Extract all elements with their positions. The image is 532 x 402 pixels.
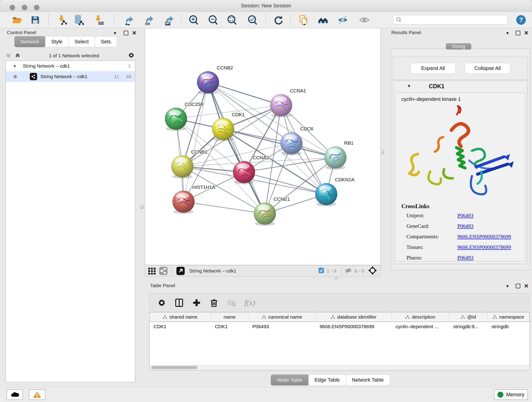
table-cell[interactable]: stringdb xyxy=(488,322,530,331)
edge-HIST1H1A-CCNE1[interactable] xyxy=(184,202,265,214)
crosslink-link[interactable]: P06493 xyxy=(457,255,473,261)
delete-column-icon[interactable] xyxy=(209,298,219,308)
edge-CCNB2-CCNA1[interactable] xyxy=(208,82,281,105)
add-column-icon[interactable] xyxy=(191,298,202,308)
warning-button[interactable] xyxy=(29,389,45,400)
search-box[interactable] xyxy=(393,15,507,25)
node-RB1[interactable]: RB1 xyxy=(324,140,354,170)
column-header--id[interactable]: @id xyxy=(449,313,488,322)
table-panel-close-icon[interactable]: ✕ xyxy=(524,284,529,288)
results-panel-float-icon[interactable] xyxy=(516,31,520,35)
table-cell[interactable]: CDK1 xyxy=(211,322,249,331)
collapse-all-button[interactable]: Collapse All xyxy=(465,63,510,74)
column-header-database-identifier[interactable]: database identifier xyxy=(316,313,392,322)
edge-CDC6-CCNB1[interactable] xyxy=(182,143,291,166)
show-all-icon[interactable] xyxy=(359,14,370,26)
hide-selected-icon[interactable] xyxy=(337,14,348,26)
string-home-icon[interactable] xyxy=(317,14,329,26)
expand-all-networks-icon[interactable] xyxy=(15,52,21,59)
protein-expander-icon[interactable]: ▼ xyxy=(407,84,411,89)
fit-content-crosshair-icon[interactable] xyxy=(368,266,377,276)
node-CCNB1[interactable]: CCNB1 xyxy=(171,149,207,179)
zoom-selected-icon[interactable] xyxy=(247,14,258,26)
delete-table-icon[interactable] xyxy=(226,298,237,308)
refresh-layout-icon[interactable] xyxy=(273,14,284,26)
tab-select[interactable]: Select xyxy=(69,36,95,47)
column-header-canonical-name[interactable]: canonical name xyxy=(248,313,316,322)
edge-CDK1-RB1[interactable] xyxy=(223,129,336,157)
table-cell[interactable]: CDK1 xyxy=(150,322,211,331)
results-panel-menu-icon[interactable]: ▼ xyxy=(505,31,510,35)
crosslink-link[interactable]: 9606.ENSP00000378699 xyxy=(457,244,511,250)
column-header-description[interactable]: description xyxy=(392,313,450,322)
tab-edge-table[interactable]: Edge Table xyxy=(308,375,346,385)
import-network-file-icon[interactable] xyxy=(57,14,68,26)
network-collection-row[interactable]: ▼ String Network – cdk1 1 xyxy=(6,61,135,71)
expand-all-button[interactable]: Expand All xyxy=(410,63,456,74)
edge-CCNB2-HIST1H1A[interactable] xyxy=(184,82,208,202)
tab-network[interactable]: Network xyxy=(14,36,45,47)
node-HIST1H1A[interactable]: HIST1H1A xyxy=(172,185,215,214)
zoom-fit-icon[interactable] xyxy=(226,14,237,26)
control-panel-close-icon[interactable]: ✕ xyxy=(132,31,137,35)
table-panel-float-icon[interactable] xyxy=(516,284,520,288)
copy-document-icon[interactable] xyxy=(298,14,309,26)
cloud-button[interactable] xyxy=(6,389,23,400)
table-row[interactable]: CDK1CDK1P064939606.ENSP00000378699cyclin… xyxy=(150,322,530,331)
zoom-in-icon[interactable] xyxy=(188,14,199,26)
export-table-icon[interactable] xyxy=(143,14,154,26)
network-row[interactable]: String Network – cdk1 11 48 xyxy=(6,71,135,82)
tab-node-table[interactable]: Node Table xyxy=(271,375,309,385)
export-network-icon[interactable] xyxy=(123,14,134,26)
memory-button[interactable]: Memory xyxy=(494,389,528,400)
collapse-all-networks-icon[interactable] xyxy=(6,52,12,59)
open-session-icon[interactable] xyxy=(11,14,22,26)
edge-CCNA2-CDKN1A[interactable] xyxy=(244,172,326,194)
crosslink-link[interactable]: P06493 xyxy=(457,213,473,219)
zoom-out-icon[interactable] xyxy=(208,14,219,26)
results-panel-close-icon[interactable]: ✕ xyxy=(524,31,529,35)
column-header-namespace[interactable]: namespace xyxy=(488,313,530,322)
scrollbar-thumb[interactable] xyxy=(152,366,197,369)
save-session-icon[interactable] xyxy=(30,14,41,26)
left-splitter-handle[interactable] xyxy=(139,204,144,209)
selected-checkbox-icon[interactable] xyxy=(318,267,324,274)
hidden-eye-icon[interactable] xyxy=(344,267,352,275)
import-table-icon[interactable] xyxy=(94,14,104,26)
column-header-shared-name[interactable]: shared name xyxy=(150,313,211,322)
table-cell[interactable]: 9606.ENSP00000378699 xyxy=(316,322,392,331)
node-CCNA1[interactable]: CCNA1 xyxy=(270,88,306,117)
edge-CCNB2-CCNE1[interactable] xyxy=(208,82,265,214)
network-options-gear-icon[interactable] xyxy=(127,51,135,60)
table-horizontal-scrollbar[interactable] xyxy=(150,365,530,370)
column-header-name[interactable]: name xyxy=(211,313,249,322)
protein-section-header[interactable]: ▼ CDK1 xyxy=(393,81,527,91)
collection-expander-icon[interactable]: ▼ xyxy=(13,64,17,68)
table-cell[interactable]: stringdb:9... xyxy=(449,322,488,331)
node-CDKN1A[interactable]: CDKN1A xyxy=(315,177,355,206)
node-CCNB2[interactable]: CCNB2 xyxy=(197,65,233,95)
show-columns-icon[interactable] xyxy=(174,298,184,308)
control-panel-float-icon[interactable] xyxy=(124,31,128,35)
network-canvas[interactable]: CCNB2CCNA1CDC25BCDK1CDC6RB1CCNB1CCNA2CDK… xyxy=(145,28,381,265)
function-builder-icon[interactable]: f(x) xyxy=(244,298,255,307)
import-network-database-icon[interactable] xyxy=(73,14,84,26)
search-input[interactable] xyxy=(402,17,504,23)
birds-eye-view-icon[interactable] xyxy=(147,266,157,275)
tab-style[interactable]: Style xyxy=(45,36,69,47)
network-share-icon[interactable] xyxy=(159,266,168,275)
crosslink-link[interactable]: 9606.ENSP00000378699 xyxy=(457,234,511,240)
crosslink-link[interactable]: P06493 xyxy=(457,223,473,229)
node-CDK1[interactable]: CDK1 xyxy=(212,112,245,141)
tab-sets[interactable]: Sets xyxy=(95,36,117,47)
table-cell[interactable]: P06493 xyxy=(248,322,316,331)
results-tab-string[interactable]: String xyxy=(446,41,471,52)
table-cell[interactable]: cyclin–dependent ... xyxy=(392,322,450,331)
help-icon[interactable]: ? xyxy=(515,14,526,26)
open-in-window-icon[interactable] xyxy=(176,266,185,275)
table-options-gear-icon[interactable] xyxy=(157,298,167,308)
control-panel-menu-icon[interactable]: ▼ xyxy=(113,31,117,35)
tab-network-table[interactable]: Network Table xyxy=(346,375,390,385)
export-image-icon[interactable] xyxy=(164,14,175,26)
table-panel-menu-icon[interactable]: ▼ xyxy=(505,284,510,288)
